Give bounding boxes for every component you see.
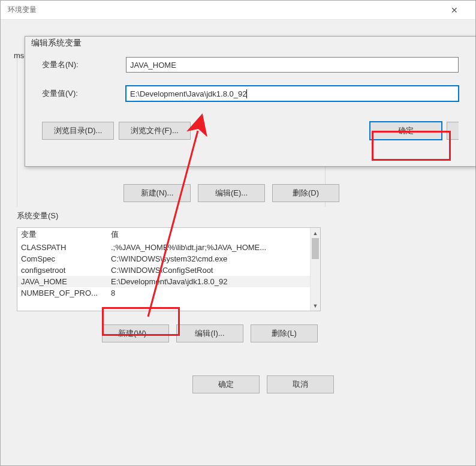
- variable-value-input[interactable]: E:\Development\Java\jdk1.8.0_92: [126, 86, 459, 101]
- cell-var: NUMBER_OF_PRO...: [17, 287, 107, 299]
- name-label: 变量名(N):: [42, 59, 126, 70]
- scrollbar[interactable]: ▲ ▼: [310, 228, 320, 311]
- footer-buttons: 确定 取消: [192, 375, 334, 393]
- browse-directory-button[interactable]: 浏览目录(D)...: [42, 122, 114, 140]
- titlebar: 环境变量 ✕: [1, 1, 475, 20]
- user-edit-button[interactable]: 编辑(E)...: [198, 184, 265, 202]
- system-delete-button[interactable]: 删除(L): [251, 324, 318, 342]
- browse-file-button[interactable]: 浏览文件(F)...: [119, 122, 191, 140]
- cell-val: C:\WINDOWS\ConfigSetRoot: [107, 264, 320, 276]
- listview-header: 变量 值: [17, 228, 320, 242]
- system-vars-listview[interactable]: 变量 值 CLASSPATH .;%JAVA_HOME%\lib\dt.jar;…: [17, 227, 321, 311]
- cancel-button[interactable]: 取消: [267, 375, 334, 393]
- table-row[interactable]: ComSpec C:\WINDOWS\system32\cmd.exe: [17, 253, 320, 264]
- edit-system-variable-dialog: 编辑系统变量 变量名(N): 变量值(V): E:\Development\Ja…: [25, 36, 476, 167]
- system-vars-label: 系统变量(S): [17, 211, 329, 221]
- user-vars-buttons: 新建(N)... 编辑(E)... 删除(D): [123, 184, 339, 202]
- modal-buttons: 浏览目录(D)... 浏览文件(F)... 确定: [25, 122, 475, 146]
- cell-var: configsetroot: [17, 264, 107, 276]
- value-label: 变量值(V):: [42, 88, 126, 99]
- cell-val: 8: [107, 287, 320, 299]
- cell-val: E:\Development\Java\jdk1.8.0_92: [107, 276, 320, 287]
- scroll-thumb[interactable]: [312, 238, 319, 259]
- column-variable[interactable]: 变量: [17, 228, 107, 241]
- cell-var: JAVA_HOME: [17, 276, 107, 287]
- user-delete-button[interactable]: 删除(D): [272, 184, 339, 202]
- scroll-down-icon[interactable]: ▼: [311, 300, 320, 311]
- button-spacer: [195, 122, 365, 140]
- table-row[interactable]: configsetroot C:\WINDOWS\ConfigSetRoot: [17, 264, 320, 276]
- user-new-button[interactable]: 新建(N)...: [123, 184, 191, 202]
- cell-val: .;%JAVA_HOME%\lib\dt.jar;%JAVA_HOME...: [107, 242, 320, 253]
- listview-rows: CLASSPATH .;%JAVA_HOME%\lib\dt.jar;%JAVA…: [17, 242, 320, 299]
- modal-cancel-button-partial[interactable]: [447, 122, 459, 140]
- column-value[interactable]: 值: [107, 228, 320, 241]
- variable-value-text: E:\Development\Java\jdk1.8.0_92: [130, 89, 246, 98]
- user-vars-label-prefix: ms: [14, 51, 24, 60]
- cell-var: ComSpec: [17, 253, 107, 264]
- variable-name-input[interactable]: [126, 57, 459, 73]
- name-row: 变量名(N):: [42, 57, 459, 73]
- modal-ok-button[interactable]: 确定: [370, 122, 442, 140]
- cell-val: C:\WINDOWS\system32\cmd.exe: [107, 253, 320, 264]
- system-vars-group: 系统变量(S) 变量 值 CLASSPATH .;%JAVA_HOME%\lib…: [17, 211, 329, 342]
- cell-var: CLASSPATH: [17, 242, 107, 253]
- table-row[interactable]: CLASSPATH .;%JAVA_HOME%\lib\dt.jar;%JAVA…: [17, 242, 320, 253]
- scroll-up-icon[interactable]: ▲: [311, 228, 320, 238]
- table-row[interactable]: NUMBER_OF_PRO... 8: [17, 287, 320, 299]
- table-row[interactable]: JAVA_HOME E:\Development\Java\jdk1.8.0_9…: [17, 276, 320, 287]
- system-vars-buttons: 新建(W)... 编辑(I)... 删除(L): [102, 324, 329, 342]
- modal-body: 变量名(N): 变量值(V): E:\Development\Java\jdk1…: [25, 49, 475, 122]
- window-title: 环境变量: [8, 5, 37, 15]
- system-new-button[interactable]: 新建(W)...: [102, 324, 169, 342]
- ok-button[interactable]: 确定: [192, 375, 260, 393]
- close-icon[interactable]: ✕: [441, 1, 468, 20]
- modal-title: 编辑系统变量: [25, 37, 475, 49]
- system-edit-button[interactable]: 编辑(I)...: [176, 324, 243, 342]
- text-caret: [246, 89, 247, 98]
- value-row: 变量值(V): E:\Development\Java\jdk1.8.0_92: [42, 86, 459, 101]
